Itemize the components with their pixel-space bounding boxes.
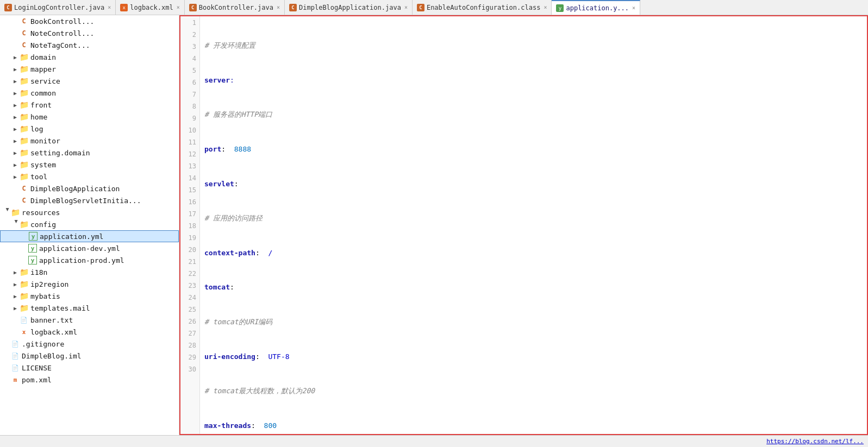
sidebar-label-log: log bbox=[30, 125, 43, 133]
code-body[interactable]: # 开发环境配置 server: # 服务器的HTTP端口 port: 8888… bbox=[200, 16, 867, 434]
folder-icon-config: 📁 bbox=[20, 220, 28, 229]
tree-arrow-mybatis: ▶ bbox=[11, 292, 20, 300]
yml-icon-appdev: y bbox=[28, 244, 37, 253]
code-line-4: port: 8888 bbox=[204, 143, 867, 155]
tree-arrow-dimpleservlet bbox=[11, 196, 20, 205]
folder-icon-domain: 📁 bbox=[20, 53, 28, 61]
sidebar-item-logbackxml[interactable]: x logback.xml bbox=[0, 326, 179, 338]
java-icon-notecontroll: C bbox=[20, 29, 28, 37]
tab-bar: C LoginLogController.java × x logback.xm… bbox=[0, 0, 868, 15]
sidebar-item-resources[interactable]: ▶ 📁 resources bbox=[0, 206, 179, 218]
sidebar-label-settingdomain: setting.domain bbox=[30, 149, 90, 157]
sidebar-item-home[interactable]: ▶ 📁 home bbox=[0, 111, 179, 123]
main-layout: C BookControll... C NoteControll... C No… bbox=[0, 15, 868, 435]
folder-icon-system: 📁 bbox=[20, 160, 28, 169]
code-line-8: tomcat: bbox=[204, 282, 867, 294]
sidebar-item-i18n[interactable]: ▶ 📁 i18n bbox=[0, 266, 179, 278]
sidebar-item-common[interactable]: ▶ 📁 common bbox=[0, 87, 179, 99]
sidebar-label-license: LICENSE bbox=[22, 364, 52, 372]
tree-arrow-appdev bbox=[20, 244, 28, 253]
sidebar-item-log[interactable]: ▶ 📁 log bbox=[0, 123, 179, 135]
yml-icon-appprod: y bbox=[28, 256, 37, 265]
tab-close-enableauto[interactable]: × bbox=[544, 4, 547, 10]
sidebar-item-settingdomain[interactable]: ▶ 📁 setting.domain bbox=[0, 147, 179, 159]
sidebar-item-notecontroll[interactable]: C NoteControll... bbox=[0, 27, 179, 39]
tree-arrow-templatesmail: ▶ bbox=[11, 304, 20, 312]
sidebar-item-appdev[interactable]: y application-dev.yml bbox=[0, 242, 179, 254]
folder-icon-i18n: 📁 bbox=[20, 268, 28, 276]
sidebar-item-dimpleblogiml[interactable]: 📄 DimpleBlog.iml bbox=[0, 350, 179, 362]
sidebar-label-i18n: i18n bbox=[30, 268, 47, 276]
sidebar-label-appyml2: application.yml bbox=[40, 232, 103, 241]
folder-icon-front: 📁 bbox=[20, 100, 28, 109]
tab-label-dimpleapp: DimpleBlogApplication.java bbox=[299, 4, 401, 11]
sidebar-item-domain[interactable]: ▶ 📁 domain bbox=[0, 51, 179, 63]
sidebar-item-bookcontroll[interactable]: C BookControll... bbox=[0, 15, 179, 27]
tree-arrow-tool: ▶ bbox=[11, 172, 20, 181]
tab-icon-book: C bbox=[189, 4, 197, 11]
tab-close-book[interactable]: × bbox=[277, 4, 280, 10]
sidebar-label-dimpleapp2: DimpleBlogApplication bbox=[30, 185, 120, 193]
tab-icon-dimpleapp: C bbox=[289, 4, 297, 11]
sidebar-label-templatesmail: templates.mail bbox=[30, 304, 90, 312]
sidebar-item-dimpleservlet[interactable]: C DimpleBlogServletInitia... bbox=[0, 194, 179, 206]
java-icon-dimpleservlet: C bbox=[20, 196, 28, 205]
sidebar-label-domain: domain bbox=[30, 53, 56, 61]
sidebar-item-ip2region[interactable]: ▶ 📁 ip2region bbox=[0, 278, 179, 290]
tab-book[interactable]: C BookController.java × bbox=[185, 0, 285, 15]
status-bar: https://blog.csdn.net/lf... bbox=[0, 435, 868, 447]
tab-close-appyml[interactable]: × bbox=[632, 5, 635, 11]
tree-arrow-i18n: ▶ bbox=[11, 268, 20, 276]
sidebar-item-monitor[interactable]: ▶ 📁 monitor bbox=[0, 135, 179, 147]
code-line-5: servlet: bbox=[204, 178, 867, 190]
sidebar-item-mybatis[interactable]: ▶ 📁 mybatis bbox=[0, 290, 179, 302]
tree-arrow-resources: ▶ bbox=[2, 208, 11, 217]
sidebar-item-notetagcont[interactable]: C NoteTagCont... bbox=[0, 39, 179, 51]
code-line-7: context-path: / bbox=[204, 247, 867, 259]
sidebar-label-config: config bbox=[30, 221, 56, 229]
sidebar-label-notetagcont: NoteTagCont... bbox=[30, 41, 90, 49]
sidebar-item-templatesmail[interactable]: ▶ 📁 templates.mail bbox=[0, 302, 179, 314]
tab-enableauto[interactable]: C EnableAutoConfiguration.class × bbox=[413, 0, 552, 15]
code-line-6: # 应用的访问路径 bbox=[204, 213, 867, 225]
tree-arrow-dimpleapp2 bbox=[11, 184, 20, 193]
tab-logback[interactable]: x logback.xml × bbox=[116, 0, 185, 15]
tab-icon-logback: x bbox=[120, 4, 128, 11]
tab-close-logback[interactable]: × bbox=[177, 4, 180, 10]
java-icon-dimpleapp2: C bbox=[20, 184, 28, 193]
sidebar-item-front[interactable]: ▶ 📁 front bbox=[0, 99, 179, 111]
sidebar-item-pomxml[interactable]: m pom.xml bbox=[0, 374, 179, 386]
tab-loginlog[interactable]: C LoginLogController.java × bbox=[0, 0, 116, 15]
sidebar-item-dimpleapp2[interactable]: C DimpleBlogApplication bbox=[0, 182, 179, 194]
sidebar-item-mapper[interactable]: ▶ 📁 mapper bbox=[0, 63, 179, 75]
tree-arrow-pomxml bbox=[2, 375, 11, 384]
tab-appyml[interactable]: y application.y... × bbox=[552, 0, 640, 15]
sidebar-item-gitignore[interactable]: 📄 .gitignore bbox=[0, 338, 179, 350]
tree-arrow-appprod bbox=[20, 256, 28, 265]
sidebar-item-appprod[interactable]: y application-prod.yml bbox=[0, 254, 179, 266]
sidebar-item-config[interactable]: ▶ 📁 config bbox=[0, 218, 179, 230]
code-content[interactable]: 12345 678910 1112131415 1617181920 21222… bbox=[180, 16, 867, 434]
sidebar-label-home: home bbox=[30, 113, 47, 121]
sidebar-label-appdev: application-dev.yml bbox=[39, 244, 120, 253]
sidebar-item-license[interactable]: 📄 LICENSE bbox=[0, 362, 179, 374]
sidebar-item-bannertxt[interactable]: 📄 banner.txt bbox=[0, 314, 179, 326]
tab-close-dimpleapp[interactable]: × bbox=[404, 4, 408, 10]
status-url[interactable]: https://blog.csdn.net/lf... bbox=[766, 438, 864, 445]
sidebar-item-system[interactable]: ▶ 📁 system bbox=[0, 159, 179, 171]
sidebar-item-tool[interactable]: ▶ 📁 tool bbox=[0, 171, 179, 182]
tree-arrow-service: ▶ bbox=[11, 77, 20, 85]
tab-icon-loginlog: C bbox=[4, 4, 12, 11]
sidebar-item-appyml2[interactable]: y application.yml bbox=[0, 230, 179, 242]
folder-icon-home: 📁 bbox=[20, 112, 28, 121]
code-line-3: # 服务器的HTTP端口 bbox=[204, 109, 867, 121]
folder-icon-mybatis: 📁 bbox=[20, 292, 28, 300]
gitignore-icon: 📄 bbox=[11, 339, 20, 348]
xml-icon-logbackxml: x bbox=[20, 328, 28, 336]
tab-dimpleapp[interactable]: C DimpleBlogApplication.java × bbox=[285, 0, 413, 15]
sidebar-item-service[interactable]: ▶ 📁 service bbox=[0, 75, 179, 87]
editor-area: 12345 678910 1112131415 1617181920 21222… bbox=[179, 15, 868, 435]
code-line-2: server: bbox=[204, 74, 867, 86]
tree-arrow-notetagcont bbox=[11, 41, 20, 49]
tab-close-loginlog[interactable]: × bbox=[108, 4, 111, 10]
